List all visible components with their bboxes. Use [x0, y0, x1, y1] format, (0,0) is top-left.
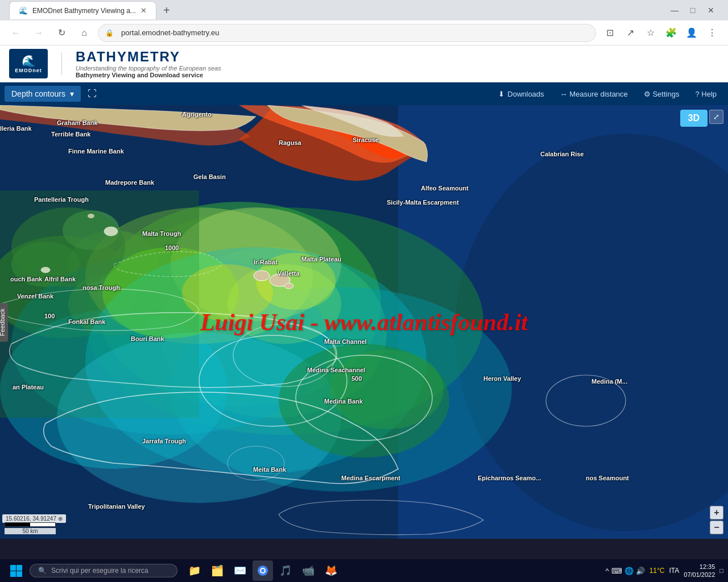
taskbar-app-explorer[interactable]: 📁 — [184, 560, 205, 581]
back-button[interactable]: ← — [7, 24, 25, 42]
active-tab[interactable]: 🌊 EMODnet Bathymetry Viewing a... ✕ — [9, 1, 156, 19]
search-placeholder: Scrivi qui per eseguire la ricerca — [51, 567, 148, 575]
coordinates-text: 15.60216, 34.91247 — [6, 516, 56, 522]
bathymetry-map — [0, 105, 728, 539]
logo-text: EMODnet — [15, 68, 42, 73]
coordinates-display: 15.60216, 34.91247 ⊕ — [2, 514, 66, 523]
chevron-up-icon[interactable]: ^ — [606, 567, 609, 575]
address-bar: ← → ↻ ⌂ 🔒 portal.emodnet-bathymetry.eu ⊡… — [0, 20, 728, 45]
feedback-tab[interactable]: Feedback — [0, 302, 8, 341]
taskbar-app-video[interactable]: 📹 — [298, 560, 318, 581]
new-tab-button[interactable]: + — [159, 2, 175, 18]
3d-button[interactable]: 3D — [680, 110, 708, 127]
toolbar: Depth contours ▾ ⛶ ⬇ Downloads ↔ Measure… — [0, 82, 728, 105]
menu-icon[interactable]: ⋮ — [703, 24, 721, 42]
measure-distance-button[interactable]: ↔ Measure distance — [553, 86, 635, 102]
app-subtitle-italic: Understanding the topography of the Euro… — [76, 65, 221, 72]
address-bar-icons: ⊡ ↗ ☆ 🧩 👤 ⋮ — [601, 24, 721, 42]
language-display: ITA — [669, 567, 680, 575]
scale-label: 50 km — [5, 528, 56, 534]
svg-rect-39 — [10, 571, 16, 577]
help-label: ? Help — [695, 90, 717, 98]
taskbar-app-vlc[interactable]: 🎵 — [275, 560, 296, 581]
keyboard-icon: ⌨ — [611, 567, 622, 575]
settings-button[interactable]: ⚙ Settings — [637, 86, 686, 102]
extension-icon[interactable]: 🧩 — [662, 24, 680, 42]
close-button[interactable]: ✕ — [703, 2, 719, 18]
svg-point-25 — [330, 350, 444, 429]
svg-rect-37 — [10, 565, 16, 571]
taskbar-apps: 📁 🗂️ ✉️ 🎵 📹 🦊 — [184, 560, 341, 581]
svg-point-36 — [284, 283, 293, 289]
taskbar-app-browser[interactable] — [253, 560, 273, 581]
app-header: 🌊 EMODnet BATHYMETRY Understanding the t… — [0, 45, 728, 82]
minimize-button[interactable]: — — [667, 2, 682, 18]
svg-point-33 — [88, 214, 94, 218]
zoom-out-button[interactable]: − — [710, 521, 723, 534]
downloads-icon: ⬇ — [498, 90, 504, 98]
taskbar-app-firefox[interactable]: 🦊 — [321, 560, 341, 581]
downloads-button[interactable]: ⬇ Downloads — [491, 86, 551, 102]
expand-button[interactable]: ⤢ — [709, 110, 723, 124]
share-icon[interactable]: ↗ — [621, 24, 639, 42]
emodnet-logo: 🌊 EMODnet — [9, 49, 48, 78]
taskbar-app-files[interactable]: 🗂️ — [207, 560, 228, 581]
bookmark-icon[interactable]: ☆ — [642, 24, 660, 42]
profile-icon[interactable]: 👤 — [682, 24, 701, 42]
taskbar-right: ^ ⌨ 🌐 🔊 11°C ITA 12:35 07/01/2022 □ — [606, 563, 723, 579]
browser-title-bar: 🌊 EMODnet Bathymetry Viewing a... ✕ + — … — [0, 0, 728, 20]
taskbar-app-mail[interactable]: ✉️ — [230, 560, 250, 581]
url-text: portal.emodnet-bathymetry.eu — [121, 28, 219, 37]
url-bar[interactable]: 🔒 portal.emodnet-bathymetry.eu — [98, 24, 596, 42]
coordinates-marker: ⊕ — [58, 516, 63, 522]
dropdown-arrow-icon: ▾ — [70, 89, 74, 98]
header-divider — [61, 52, 62, 75]
scale-bar-line — [5, 522, 56, 527]
home-button[interactable]: ⌂ — [75, 24, 93, 42]
speaker-icon: 🔊 — [636, 567, 645, 575]
taskbar-search[interactable]: 🔍 Scrivi qui per eseguire la ricerca — [30, 564, 177, 577]
temperature-display: 11°C — [650, 567, 665, 575]
fullscreen-button[interactable]: ⛶ — [83, 86, 101, 101]
system-icons: ^ ⌨ 🌐 🔊 — [606, 567, 645, 575]
zoom-controls: + − — [710, 506, 723, 534]
zoom-in-button[interactable]: + — [710, 506, 723, 519]
svg-point-23 — [256, 253, 336, 310]
downloads-label: Downloads — [507, 90, 544, 98]
svg-rect-40 — [16, 571, 22, 577]
screenshot-icon[interactable]: ⊡ — [601, 24, 619, 42]
svg-point-31 — [104, 227, 118, 236]
svg-point-43 — [261, 569, 264, 572]
svg-point-34 — [254, 271, 270, 281]
map-container[interactable]: lleria BankGraham BankTerrible BankFinne… — [0, 105, 728, 539]
toolbar-right: ⬇ Downloads ↔ Measure distance ⚙ Setting… — [491, 86, 723, 102]
search-icon: 🔍 — [38, 567, 47, 575]
tab-favicon: 🌊 — [19, 6, 28, 15]
depth-contours-dropdown[interactable]: Depth contours ▾ — [5, 86, 81, 102]
taskbar: 🔍 Scrivi qui per eseguire la ricerca 📁 🗂… — [0, 559, 728, 582]
tab-close-button[interactable]: ✕ — [140, 6, 147, 15]
app-title-area: BATHYMETRY Understanding the topography … — [76, 49, 221, 78]
depth-contours-label: Depth contours — [11, 89, 65, 98]
settings-label: ⚙ Settings — [644, 90, 680, 98]
svg-rect-38 — [16, 565, 22, 571]
app-subtitle-bold: Bathymetry Viewing and Download service — [76, 72, 221, 78]
time-display: 12:35 — [684, 563, 715, 571]
logo-area: 🌊 EMODnet BATHYMETRY Understanding the t… — [9, 49, 221, 78]
clock[interactable]: 12:35 07/01/2022 — [684, 563, 715, 579]
start-button[interactable] — [5, 559, 27, 582]
tab-title: EMODnet Bathymetry Viewing a... — [32, 7, 136, 15]
maximize-button[interactable]: □ — [685, 2, 701, 18]
tab-bar: 🌊 EMODnet Bathymetry Viewing a... ✕ + — … — [5, 0, 723, 20]
scale-bar: 50 km — [5, 522, 56, 534]
notification-icon[interactable]: □ — [719, 567, 723, 574]
refresh-button[interactable]: ↻ — [52, 24, 71, 42]
forward-button[interactable]: → — [30, 24, 48, 42]
lock-icon: 🔒 — [105, 29, 114, 37]
help-button[interactable]: ? Help — [688, 86, 723, 102]
svg-point-32 — [41, 267, 50, 273]
measure-label: ↔ Measure distance — [560, 90, 628, 98]
date-display: 07/01/2022 — [684, 571, 715, 579]
network-icon: 🌐 — [624, 567, 634, 575]
logo-waves-icon: 🌊 — [22, 54, 36, 68]
